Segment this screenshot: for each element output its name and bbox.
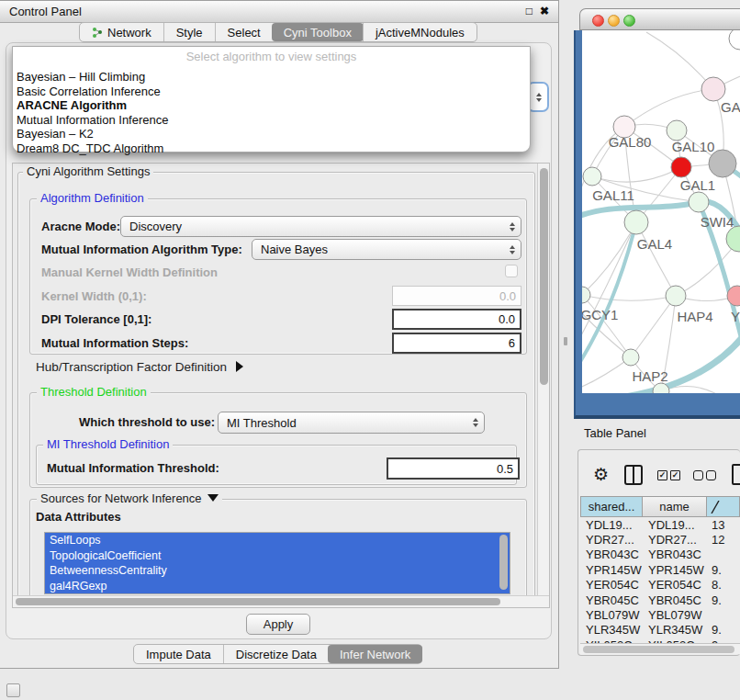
algorithm-definition-legend: Algorithm Definition — [37, 192, 148, 205]
network-node-gcy1[interactable] — [582, 287, 590, 303]
table-cell: 9. — [707, 563, 740, 577]
algorithm-option[interactable]: Bayesian – Hill Climbing — [13, 70, 530, 85]
attribute-item[interactable]: TopologicalCoefficient — [45, 548, 510, 564]
network-node-swi4[interactable] — [689, 192, 709, 212]
table-row[interactable]: YDR27...YDR27...12 — [580, 532, 740, 547]
sources-legend[interactable]: Sources for Network Inference — [37, 492, 222, 505]
vertical-scrollbar[interactable] — [537, 164, 549, 595]
network-node-gal11[interactable] — [583, 167, 601, 186]
table-row[interactable]: YPR145WYPR145W9. — [580, 562, 740, 577]
horizontal-scrollbar[interactable] — [13, 595, 549, 607]
column-header-shared-name[interactable]: shared... — [580, 496, 643, 517]
table-horizontal-scrollbar[interactable] — [580, 643, 740, 654]
algorithm-option[interactable]: ARACNE Algorithm — [13, 98, 530, 113]
tab-impute-data[interactable]: Impute Data — [134, 645, 223, 663]
attribute-item[interactable]: SelfLoops — [45, 533, 510, 548]
table-cell: YBR045C — [643, 593, 707, 607]
attribute-list-scrollbar[interactable] — [499, 535, 508, 590]
select-all-columns-icon[interactable]: ✓ ✓ — [657, 470, 680, 480]
tab-style[interactable]: Style — [163, 23, 215, 41]
close-icon[interactable]: ✖ — [540, 6, 549, 17]
tab-select-label: Select — [228, 26, 261, 40]
mi-type-combobox[interactable]: Naive Bayes — [252, 239, 521, 260]
panel-splitter-handle[interactable] — [564, 337, 567, 345]
export-table-icon[interactable] — [732, 464, 740, 485]
tab-cyni-toolbox-label: Cyni Toolbox — [284, 26, 352, 40]
network-node-hap2[interactable] — [622, 349, 639, 366]
table-row[interactable]: YDL19...YDL19...13 — [580, 517, 740, 532]
network-frame-left — [574, 30, 582, 393]
manual-kernel-label: Manual Kernel Width Definition — [41, 265, 218, 279]
tab-discretize-data[interactable]: Discretize Data — [223, 645, 329, 663]
sources-legend-label: Sources for Network Inference — [40, 491, 202, 505]
tab-select[interactable]: Select — [215, 23, 273, 41]
apply-button-label: Apply — [263, 617, 294, 631]
attribute-item[interactable]: gal4RGexp — [45, 579, 510, 594]
tab-infer-network-label: Infer Network — [340, 648, 410, 661]
network-node[interactable] — [729, 30, 740, 50]
dpi-tolerance-field[interactable]: 0.0 — [392, 309, 521, 330]
tab-infer-network[interactable]: Infer Network — [328, 645, 422, 663]
table-cell: YPR145W — [643, 563, 707, 577]
data-attributes-list: SelfLoopsTopologicalCoefficientBetweenne… — [44, 532, 510, 594]
gear-icon[interactable]: ⚙ — [593, 464, 609, 486]
mac-minimize-button[interactable] — [608, 15, 620, 27]
unchecked-box-icon — [693, 470, 703, 480]
network-node-label: GAL4 — [637, 236, 672, 252]
tab-network[interactable]: Network — [80, 23, 163, 41]
columns-icon[interactable] — [624, 465, 643, 485]
table-scrollbar-thumb[interactable] — [583, 646, 734, 653]
apply-button[interactable]: Apply — [246, 614, 310, 635]
table-row[interactable]: YBR045CYBR045C9. — [580, 593, 740, 607]
hub-definition-label: Hub/Transcription Factor Definition — [36, 360, 227, 374]
dpi-tolerance-label: DPI Tolerance [0,1]: — [41, 312, 151, 326]
network-node-label: GAL10 — [672, 139, 715, 154]
table-cell: YBL079W — [580, 608, 643, 622]
network-graph: GALGAL80GAL10GAL1GAL11SWI4GAL4GCY1HAP4YH… — [582, 30, 740, 393]
network-node-label: GCY1 — [582, 307, 618, 322]
table-row[interactable]: YLR345WYLR345W9. — [580, 623, 740, 638]
maximize-icon[interactable]: □ — [526, 6, 533, 17]
network-node-gal[interactable] — [701, 77, 725, 101]
hub-definition-toggle[interactable]: Hub/Transcription Factor Definition — [36, 360, 243, 374]
mi-threshold-field[interactable]: 0.5 — [387, 457, 520, 480]
network-canvas[interactable]: GALGAL80GAL10GAL1GAL11SWI4GAL4GCY1HAP4YH… — [582, 30, 740, 393]
manual-kernel-checkbox[interactable] — [505, 265, 518, 277]
vertical-scrollbar-thumb[interactable] — [540, 168, 548, 385]
algorithm-option[interactable]: Basic Correlation Inference — [13, 85, 530, 99]
column-header-name[interactable]: name — [643, 496, 707, 517]
column-header-clipped[interactable] — [707, 496, 740, 517]
tab-jactivemnodules[interactable]: jActiveMNodules — [363, 23, 477, 41]
control-panel-title: Control Panel — [9, 5, 82, 18]
mac-close-button[interactable] — [592, 15, 604, 27]
table-cell: 9. — [707, 623, 740, 637]
kernel-width-value: 0.0 — [499, 289, 516, 303]
table-row[interactable]: YER054CYER054C8. — [580, 578, 740, 593]
network-node-gal10[interactable] — [667, 120, 687, 141]
network-node[interactable] — [726, 226, 740, 252]
algorithm-option[interactable]: Dream8 DC_TDC Algorithm — [13, 141, 530, 156]
aracne-mode-combobox[interactable]: Discovery — [120, 216, 521, 237]
tab-style-label: Style — [176, 26, 203, 40]
attribute-item[interactable]: BetweennessCentrality — [45, 563, 510, 579]
which-threshold-combobox[interactable]: MI Threshold — [218, 412, 485, 434]
network-node-gal4[interactable] — [624, 210, 648, 234]
kernel-width-field[interactable]: 0.0 — [392, 286, 521, 306]
collapsed-panel-icon[interactable] — [6, 683, 20, 697]
algorithm-option[interactable]: Mutual Information Inference — [13, 113, 530, 128]
horizontal-scrollbar-thumb[interactable] — [16, 598, 500, 605]
mac-zoom-button[interactable] — [623, 15, 635, 27]
table-cell: 9. — [707, 593, 740, 607]
network-node-label: Y — [731, 309, 740, 324]
network-node-gal1[interactable] — [671, 157, 691, 177]
control-panel-titlebar: Control Panel □ ✖ — [0, 1, 558, 23]
table-row[interactable]: YBL079WYBL079W — [580, 607, 740, 622]
deselect-all-columns-icon[interactable] — [693, 470, 716, 480]
tab-cyni-toolbox[interactable]: Cyni Toolbox — [272, 23, 364, 41]
table-row[interactable]: YBR043CYBR043C — [580, 548, 740, 562]
network-node[interactable] — [709, 150, 736, 177]
algorithm-option[interactable]: Bayesian – K2 — [13, 127, 530, 141]
table-cell: YBL079W — [643, 608, 707, 622]
network-node-hap4[interactable] — [666, 286, 686, 306]
mi-steps-field[interactable]: 6 — [392, 333, 521, 354]
